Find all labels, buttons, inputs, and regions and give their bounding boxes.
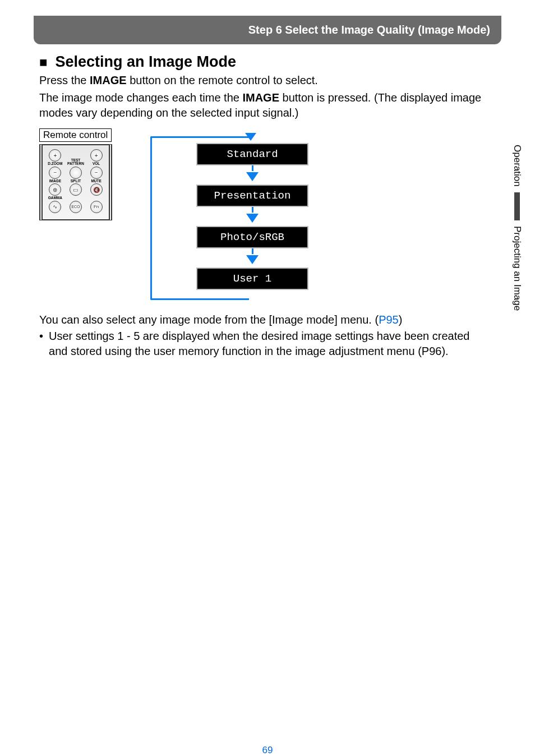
remote-body: +D.ZOOM TEST PATTERN +VOL − − IMAGE⊕ SPL… — [39, 144, 112, 220]
image-button-icon: ⊕ — [49, 183, 61, 196]
side-tab-projecting: Projecting an Image — [511, 226, 523, 311]
mode-photo-srgb: Photo/sRGB — [196, 226, 308, 248]
l1b: ) — [399, 314, 403, 326]
side-tab-marker — [514, 192, 520, 220]
l1a: You can also select any image mode from … — [39, 314, 379, 326]
bullet-text-a: User settings 1 - 5 are displayed when t… — [49, 330, 469, 357]
remote-label: Remote control — [39, 128, 112, 142]
square-bullet-icon: ■ — [39, 54, 48, 70]
test-pattern-label: TEST PATTERN — [66, 159, 86, 166]
remote-figure: Remote control +D.ZOOM TEST PATTERN +VOL… — [39, 128, 112, 220]
vol-up-icon: + — [90, 149, 103, 162]
p1-a: Press the — [39, 74, 90, 86]
bullet-text-b: ). — [441, 345, 448, 357]
mode-standard: Standard — [196, 143, 308, 165]
bullet-dot-icon: • — [39, 329, 43, 359]
side-tabs: Operation Projecting an Image — [511, 145, 523, 311]
arrow-down-icon — [246, 255, 259, 264]
mode-presentation: Presentation — [196, 185, 308, 207]
split-label: SPLIT — [71, 179, 81, 183]
split-button-icon: ▭ — [70, 183, 82, 196]
dzoom-label: D.ZOOM — [48, 162, 62, 166]
flow-entry-arrow-icon — [245, 133, 256, 141]
mute-label: MUTE — [91, 179, 101, 183]
p2-bold: IMAGE — [242, 91, 279, 104]
fn-button: Fn — [90, 201, 103, 213]
lower-bullet: • User settings 1 - 5 are displayed when… — [39, 329, 479, 359]
image-mode-flow: Standard Presentation Photo/sRGB User 1 — [179, 128, 325, 302]
arrow-down-icon — [246, 214, 259, 223]
test-pattern-button — [70, 167, 82, 179]
vol-down-icon: − — [90, 167, 103, 179]
paragraph-2: The image mode changes each time the IMA… — [39, 90, 496, 121]
step-header: Step 6 Select the Image Quality (Image M… — [34, 16, 501, 44]
p1-bold: IMAGE — [90, 74, 127, 86]
arrow-down-icon — [246, 172, 259, 181]
gamma-label: GAMMA — [48, 196, 62, 200]
image-label: IMAGE — [49, 179, 61, 183]
section-heading: ■ Selecting an Image Mode — [39, 53, 501, 71]
vol-label: VOL — [93, 162, 100, 166]
p1-c: button on the remote control to select. — [127, 74, 318, 86]
eco-button: ECO — [70, 201, 82, 213]
side-tab-operation: Operation — [511, 145, 523, 187]
mode-user1: User 1 — [196, 268, 308, 290]
zoom-in-icon: + — [49, 149, 61, 162]
mute-button-icon: 🔇 — [90, 183, 103, 196]
section-heading-text: Selecting an Image Mode — [56, 53, 237, 71]
lower-line-1: You can also select any image mode from … — [39, 312, 479, 328]
paragraph-1: Press the IMAGE button on the remote con… — [39, 73, 496, 88]
link-p96[interactable]: P96 — [422, 345, 442, 357]
zoom-out-icon: − — [49, 167, 61, 179]
link-p95[interactable]: P95 — [379, 314, 399, 326]
p2-a: The image mode changes each time the — [39, 91, 242, 104]
page-number: 69 — [0, 745, 535, 756]
gamma-button-icon: ∿ — [49, 201, 61, 213]
